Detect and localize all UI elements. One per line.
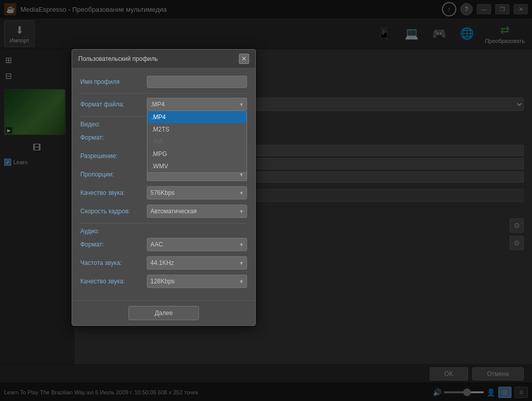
audio-format-select[interactable]: AAC xyxy=(147,238,247,251)
audio-freq-select-wrapper: 44.1KHz ▼ xyxy=(147,256,247,270)
audio-format-select-wrapper: AAC ▼ xyxy=(147,238,247,251)
dropdown-item-mp4[interactable]: .MP4 xyxy=(147,111,247,123)
divider-3 xyxy=(80,223,247,224)
vaudqual-select[interactable]: 576Kbps xyxy=(147,186,247,199)
modal-resolution-label: Разрешение: xyxy=(80,152,147,160)
file-format-row: Формат файла: .MP4 .M2TS .AVI .MPG .WMV … xyxy=(80,98,247,111)
dropdown-item-mpg[interactable]: .MPG xyxy=(147,148,247,160)
divider-1 xyxy=(80,93,247,94)
profile-name-field-label: Имя профиля xyxy=(80,78,147,85)
modal-next-button[interactable]: Далее xyxy=(128,306,198,320)
modal-vaudqual-row: Качество звука: 576Kbps ▼ xyxy=(80,186,247,199)
modal-title: Пользовательский профиль xyxy=(78,55,158,62)
modal-framerate-label: Скорость кадров: xyxy=(80,208,147,215)
dropdown-item-m2ts[interactable]: .M2TS xyxy=(147,123,247,136)
audio-qual-select-wrapper: 128Kbps ▼ xyxy=(147,275,247,288)
modal-audio-format-row: Формат: AAC ▼ xyxy=(80,238,247,251)
dropdown-item-wmv[interactable]: .WMV xyxy=(147,160,247,172)
modal-footer: Далее xyxy=(72,300,255,325)
modal-dialog: Пользовательский профиль ✕ Имя профиля Ф… xyxy=(72,49,256,326)
modal-audio-format-label: Формат: xyxy=(80,241,147,248)
modal-overlay: Пользовательский профиль ✕ Имя профиля Ф… xyxy=(0,0,532,401)
audio-section-header: Аудио: xyxy=(80,228,247,235)
dropdown-item-avi[interactable]: .AVI xyxy=(147,136,247,148)
modal-video-format-label: Формат: xyxy=(80,134,147,141)
modal-vaudqual-label: Качество звука: xyxy=(80,189,147,196)
modal-proportions-label: Пропорции: xyxy=(80,171,147,178)
modal-framerate-row: Скорость кадров: Автоматическая ▼ xyxy=(80,205,247,218)
framerate-select[interactable]: Автоматическая xyxy=(147,205,247,218)
profile-name-row: Имя профиля xyxy=(80,76,247,88)
vaudqual-select-wrapper: 576Kbps ▼ xyxy=(147,186,247,199)
profile-name-input[interactable] xyxy=(147,76,247,88)
modal-audio-qual-label: Качество звука: xyxy=(80,278,147,285)
file-format-label: Формат файла: xyxy=(80,101,147,108)
modal-header: Пользовательский профиль ✕ xyxy=(72,50,255,69)
modal-audio-freq-row: Частота звука: 44.1KHz ▼ xyxy=(80,256,247,270)
framerate-select-wrapper: Автоматическая ▼ xyxy=(147,205,247,218)
file-format-select-wrapper: .MP4 .M2TS .AVI .MPG .WMV ▼ .MP4 .M2TS .… xyxy=(147,98,247,111)
modal-close-button[interactable]: ✕ xyxy=(239,54,249,64)
format-dropdown: .MP4 .M2TS .AVI .MPG .WMV xyxy=(147,111,247,173)
file-format-select[interactable]: .MP4 .M2TS .AVI .MPG .WMV xyxy=(147,98,247,111)
audio-freq-select[interactable]: 44.1KHz xyxy=(147,256,247,270)
modal-audio-qual-row: Качество звука: 128Kbps ▼ xyxy=(80,275,247,288)
modal-audio-freq-label: Частота звука: xyxy=(80,259,147,266)
modal-body: Имя профиля Формат файла: .MP4 .M2TS .AV… xyxy=(72,69,255,300)
audio-qual-select[interactable]: 128Kbps xyxy=(147,275,247,288)
